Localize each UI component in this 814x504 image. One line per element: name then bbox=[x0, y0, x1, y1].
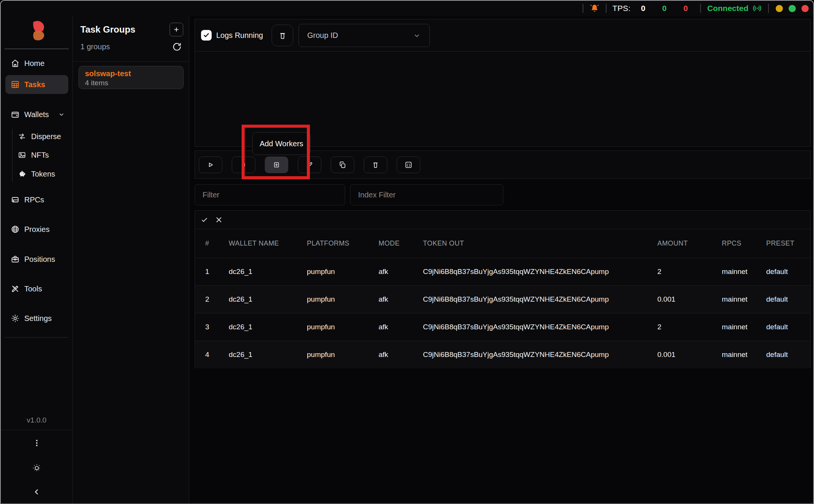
plus-square-icon bbox=[272, 161, 281, 169]
svg-text:{}: {} bbox=[406, 163, 410, 167]
app-logo bbox=[1, 20, 72, 43]
sidebar-item-disperse[interactable]: Disperse bbox=[1, 128, 72, 145]
task-group-name: solswap-test bbox=[85, 69, 177, 78]
tps-label: TPS: bbox=[613, 4, 631, 13]
window-maximize-dot[interactable] bbox=[789, 5, 796, 12]
sidebar-item-tasks[interactable]: Tasks bbox=[1, 76, 72, 93]
sidebar-item-label: Wallets bbox=[24, 110, 49, 119]
sidebar-item-label: Tasks bbox=[24, 80, 45, 89]
cell-index: 4 bbox=[205, 351, 229, 359]
sidebar-divider bbox=[5, 49, 69, 49]
briefcase-icon bbox=[11, 255, 20, 264]
play-icon bbox=[206, 161, 215, 169]
trash-icon bbox=[278, 31, 287, 40]
collapse-sidebar-chevron-icon[interactable] bbox=[1, 488, 72, 496]
sidebar-item-tools[interactable]: Tools bbox=[1, 280, 72, 297]
table-row[interactable]: 2 dc26_1 pumpfun afk C9jNi6B8qB37sBuYjgA… bbox=[195, 285, 810, 313]
sidebar-item-nfts[interactable]: NFTs bbox=[1, 147, 72, 163]
start-tasks-button[interactable] bbox=[199, 157, 222, 173]
globe-icon bbox=[11, 225, 20, 234]
cell-platforms: pumpfun bbox=[307, 268, 379, 276]
sidebar-item-proxies[interactable]: Proxies bbox=[1, 221, 72, 238]
notifications-bell-icon[interactable] bbox=[589, 3, 600, 14]
sidebar-item-positions[interactable]: Positions bbox=[1, 251, 72, 268]
column-header: RPCS bbox=[722, 239, 766, 247]
refresh-icon[interactable] bbox=[171, 41, 182, 52]
cell-index: 3 bbox=[205, 323, 229, 331]
pencil-icon bbox=[305, 161, 314, 169]
sidebar-item-wallets[interactable]: Wallets bbox=[1, 106, 72, 123]
copy-icon bbox=[338, 161, 347, 169]
chevron-down-icon bbox=[413, 31, 421, 40]
sidebar-item-tokens[interactable]: Tokens bbox=[1, 166, 72, 182]
clear-logs-button[interactable] bbox=[272, 25, 293, 46]
selection-actions-row bbox=[195, 211, 810, 229]
sidebar-item-label: Tokens bbox=[31, 170, 55, 178]
table-row[interactable]: 3 dc26_1 pumpfun afk C9jNi6B8qB37sBuYjgA… bbox=[195, 313, 810, 341]
image-icon bbox=[17, 150, 27, 160]
trash-icon bbox=[371, 161, 380, 169]
window-minimize-dot[interactable] bbox=[776, 5, 783, 12]
column-header: PRESET bbox=[766, 239, 810, 247]
stop-icon bbox=[239, 161, 248, 169]
connection-status: Connected bbox=[707, 3, 762, 13]
groups-count: 1 groups bbox=[80, 42, 110, 51]
sidebar-item-rpcs[interactable]: RPCs bbox=[1, 191, 72, 208]
table-row[interactable]: 1 dc26_1 pumpfun afk C9jNi6B8qB37sBuYjgA… bbox=[195, 258, 810, 285]
column-header: WALLET NAME bbox=[229, 239, 307, 247]
edit-json-button[interactable]: {} bbox=[397, 157, 420, 173]
braces-icon: {} bbox=[404, 160, 413, 169]
chevron-down-icon bbox=[58, 111, 65, 118]
cell-wallet-name: dc26_1 bbox=[229, 323, 307, 331]
add-workers-tooltip: Add Workers bbox=[252, 132, 311, 155]
cell-mode: afk bbox=[379, 295, 423, 304]
sidebar-item-home[interactable]: Home bbox=[1, 55, 72, 72]
main-content: Logs Running Group ID Add Workers bbox=[189, 16, 813, 503]
titlebar-separator bbox=[768, 4, 769, 13]
deselect-all-x-icon[interactable] bbox=[214, 215, 223, 224]
logs-running-checkbox[interactable] bbox=[201, 30, 212, 41]
cell-rpcs: mainnet bbox=[722, 295, 766, 304]
tps-value-fail: 0 bbox=[677, 4, 694, 13]
filter-input[interactable] bbox=[195, 184, 345, 205]
index-filter-input[interactable] bbox=[350, 184, 503, 205]
cell-index: 2 bbox=[205, 295, 229, 304]
titlebar-separator bbox=[700, 4, 701, 13]
group-id-select[interactable]: Group ID bbox=[299, 24, 430, 47]
titlebar: TPS: 0 0 0 Connected bbox=[1, 1, 813, 16]
logs-running-label: Logs Running bbox=[216, 19, 263, 52]
panel-divider bbox=[73, 61, 189, 62]
logs-panel: Logs Running Group ID Add Workers bbox=[195, 19, 811, 147]
window-close-dot[interactable] bbox=[801, 5, 809, 12]
table-row[interactable]: 4 dc26_1 pumpfun afk C9jNi6B8qB37sBuYjgA… bbox=[195, 341, 810, 368]
titlebar-separator bbox=[606, 4, 607, 13]
stop-tasks-button[interactable] bbox=[232, 157, 255, 173]
cell-platforms: pumpfun bbox=[307, 323, 379, 331]
wallet-icon bbox=[11, 110, 20, 119]
home-icon bbox=[11, 59, 20, 68]
plus-square-icon bbox=[172, 25, 181, 34]
delete-workers-button[interactable] bbox=[364, 157, 387, 173]
tooltip-label: Add Workers bbox=[259, 139, 303, 148]
add-workers-button[interactable] bbox=[265, 157, 288, 173]
connection-label: Connected bbox=[707, 4, 748, 13]
sidebar-item-label: Proxies bbox=[24, 225, 50, 234]
workers-table-panel: # WALLET NAME PLATFORMS MODE TOKEN OUT A… bbox=[195, 210, 811, 368]
column-header: PLATFORMS bbox=[307, 239, 379, 247]
cell-mode: afk bbox=[379, 323, 423, 331]
edit-workers-button[interactable] bbox=[298, 157, 321, 173]
task-group-items-count: 4 items bbox=[85, 79, 177, 87]
add-group-button[interactable] bbox=[170, 23, 183, 36]
select-all-check-icon[interactable] bbox=[200, 215, 209, 224]
duplicate-workers-button[interactable] bbox=[331, 157, 354, 173]
titlebar-separator bbox=[583, 4, 583, 13]
theme-brightness-icon[interactable] bbox=[1, 463, 72, 473]
app-window: TPS: 0 0 0 Connected bbox=[0, 0, 814, 504]
sidebar-item-settings[interactable]: Settings bbox=[1, 310, 72, 327]
task-group-card[interactable]: solswap-test 4 items bbox=[79, 66, 184, 89]
tasks-icon bbox=[11, 80, 20, 89]
cell-preset: default bbox=[766, 268, 810, 276]
sidebar-item-label: Disperse bbox=[31, 132, 61, 141]
more-options-kebab-icon[interactable] bbox=[1, 438, 72, 448]
sidebar-item-label: Settings bbox=[24, 314, 52, 323]
